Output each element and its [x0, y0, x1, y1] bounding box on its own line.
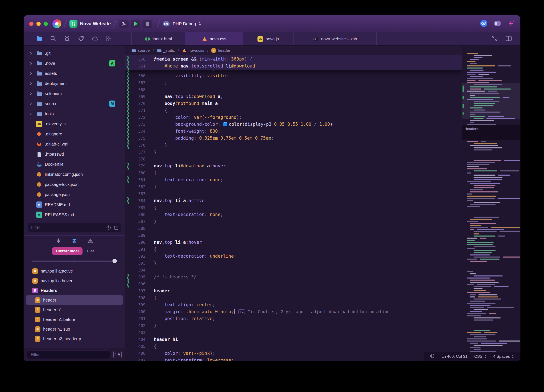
tree-item-selenium[interactable]: selenium	[24, 89, 125, 99]
archive-icon[interactable]	[114, 225, 119, 230]
tab-nova-website-zsh[interactable]: nova-website – zsh	[294, 32, 377, 46]
segment-flat[interactable]: Flat	[84, 247, 97, 255]
code-line[interactable]: 392 text-decoration: underline;	[125, 253, 462, 260]
layout-button[interactable]	[494, 20, 501, 28]
code-line[interactable]: 366 visibility: visible;	[125, 72, 462, 79]
project-icon[interactable]	[70, 20, 77, 28]
code-line[interactable]: 394	[125, 267, 462, 274]
code-line[interactable]: 387}	[125, 218, 462, 225]
color-swatch[interactable]	[223, 122, 227, 126]
symbol-row[interactable]: #header h1	[26, 305, 123, 315]
editor-expand-button[interactable]	[491, 35, 498, 43]
minimap[interactable]	[462, 46, 520, 361]
disclosure-chevron-icon[interactable]	[29, 92, 34, 95]
task-chevrons-icon[interactable]	[199, 22, 201, 26]
code-line[interactable]: 382}	[125, 183, 462, 190]
code-line[interactable]: 379nav.top li#download a:hover	[125, 162, 462, 169]
tree-item-package-json[interactable]: package.json	[24, 190, 125, 200]
breadcrumb-item[interactable]: source	[131, 48, 150, 53]
all-symbols-button[interactable]	[56, 238, 61, 244]
warnings-button[interactable]	[87, 238, 93, 245]
code-line[interactable]: 377}	[125, 149, 462, 156]
network-icon[interactable]	[430, 353, 435, 359]
preview-button[interactable]	[480, 19, 488, 28]
code-line[interactable]: 393}	[125, 260, 462, 267]
tree-item-assets[interactable]: assets	[24, 68, 125, 78]
stop-button[interactable]	[142, 20, 152, 28]
code-line[interactable]: 373 background-color: color(display-p3 0…	[125, 121, 462, 128]
breadcrumb-item[interactable]: #header	[211, 48, 230, 53]
code-line[interactable]: 399 text-align: center;	[125, 301, 462, 308]
code-line[interactable]: 390nav.top li a:hover	[125, 239, 462, 246]
new-item-button[interactable]	[507, 20, 515, 28]
apps-sidebar-button[interactable]	[106, 35, 112, 42]
code-line[interactable]: 374 font-weight: 800;	[125, 128, 462, 135]
breadcrumb-item[interactable]: nova.css	[182, 48, 204, 53]
code-line[interactable]: 378	[125, 156, 462, 162]
code-line[interactable]: 404header h1	[125, 336, 462, 343]
tree-item-source[interactable]: sourceM	[24, 99, 125, 109]
code-line[interactable]: 370 body#notfound main a	[125, 100, 462, 107]
slider-thumb[interactable]	[112, 259, 117, 263]
disclosure-chevron-icon[interactable]	[29, 62, 34, 65]
tree-item-linkinator-config-json[interactable]: linkinator.config.json	[24, 169, 125, 179]
code-line[interactable]: 368	[125, 86, 462, 93]
code-line[interactable]: 395/* !– Headers */	[125, 274, 462, 281]
code-line[interactable]: 361 #home nav.top.scrolled li#download	[125, 63, 462, 70]
code-line[interactable]: 385{	[125, 204, 462, 211]
disclosure-chevron-icon[interactable]	[29, 112, 34, 115]
issues-sidebar-button[interactable]	[64, 35, 70, 42]
run-button[interactable]	[131, 20, 140, 28]
tree-item-dockerfile[interactable]: Dockerfile	[24, 159, 125, 169]
tree-item-tools[interactable]: tools	[24, 109, 125, 119]
code-line[interactable]: 383	[125, 190, 462, 197]
disclosure-chevron-icon[interactable]	[29, 82, 34, 85]
code-line[interactable]: 397header	[125, 288, 462, 294]
tree-item-readme-md[interactable]: MREADME.md	[24, 200, 125, 210]
code-line[interactable]: 389	[125, 232, 462, 239]
code-line[interactable]: 386 text-decoration: none;	[125, 211, 462, 218]
symbol-sort-toggle[interactable]: A	[113, 351, 122, 358]
tab-nova-css[interactable]: nova.css	[185, 32, 243, 46]
extensions-sidebar-button[interactable]	[78, 35, 84, 42]
tree-item--gitlab-ci-yml[interactable]: .gitlab-ci.yml	[24, 139, 125, 149]
code-pane[interactable]: 360@media screen && (min-width: 360px) {…	[125, 55, 462, 361]
symbol-row[interactable]: #header h1:before	[26, 315, 123, 324]
breadcrumb-item[interactable]: _static	[157, 48, 175, 53]
symbol-row[interactable]: #nav.top li a:active	[26, 266, 123, 276]
tree-item--nova[interactable]: .novaA	[24, 58, 125, 68]
search-sidebar-button[interactable]	[50, 35, 56, 42]
zoom-button[interactable]	[44, 22, 48, 26]
cloud-sidebar-button[interactable]	[92, 35, 98, 42]
cursor-position[interactable]: Ln 400, Col 31	[442, 354, 467, 359]
project-name[interactable]: Nova Website	[80, 21, 111, 27]
code-line[interactable]: 384nav.top li a:active	[125, 197, 462, 204]
tree-item-deployment[interactable]: deployment	[24, 78, 125, 89]
code-line[interactable]: 369 nav.top li#download a,	[125, 93, 462, 100]
indentation-selector[interactable]: 4 Spaces	[493, 354, 514, 359]
code-line[interactable]: 406 color: var(--pink);	[125, 350, 462, 357]
task-selector[interactable]: PHP Debug	[173, 21, 196, 26]
clock-icon[interactable]	[106, 225, 111, 230]
tab-nova-js[interactable]: JSnova.js	[243, 32, 294, 46]
symbol-row[interactable]: #header h1 sup	[26, 324, 123, 334]
code-line[interactable]: 405{	[125, 343, 462, 350]
tree-item-package-lock-json[interactable]: package-lock.json	[24, 179, 125, 190]
code-line[interactable]: 367 }	[125, 79, 462, 86]
code-line[interactable]: 402}	[125, 322, 462, 329]
disclosure-chevron-icon[interactable]	[29, 72, 34, 75]
code-line[interactable]: 360@media screen && (min-width: 360px) {	[125, 56, 462, 63]
disclosure-chevron-icon[interactable]	[29, 102, 34, 105]
symbol-row[interactable]: Headers	[26, 286, 123, 295]
tree-item--git[interactable]: .git	[24, 48, 125, 58]
code-line[interactable]: 381 text-decoration: none;	[125, 176, 462, 183]
segment-hierarchical[interactable]: Hierarchical	[52, 247, 83, 255]
minimize-button[interactable]	[36, 22, 41, 26]
code-line[interactable]: 388	[125, 225, 462, 232]
code-line[interactable]: 398{	[125, 294, 462, 301]
code-line[interactable]: 407 text-transform: lowercase;	[125, 357, 462, 361]
code-line[interactable]: 376 }	[125, 142, 462, 149]
disclosure-chevron-icon[interactable]	[29, 52, 34, 55]
symbol-row[interactable]: #header	[26, 295, 123, 305]
code-line[interactable]: 400 margin: .65em auto 0 auto;TCTim Coul…	[125, 308, 462, 315]
